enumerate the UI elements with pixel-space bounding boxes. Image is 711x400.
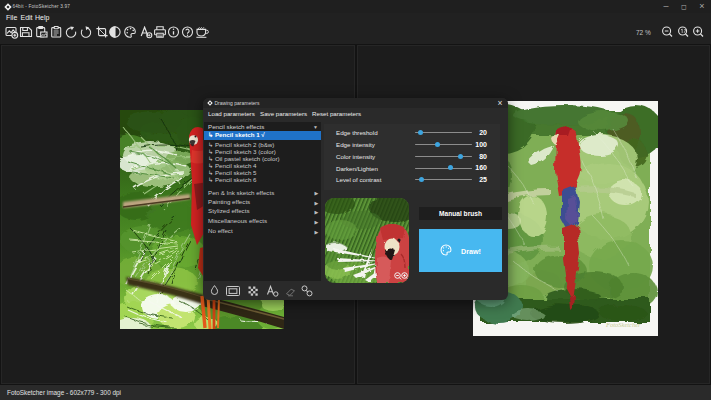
svg-text:FotoSketcher: FotoSketcher	[605, 321, 641, 328]
